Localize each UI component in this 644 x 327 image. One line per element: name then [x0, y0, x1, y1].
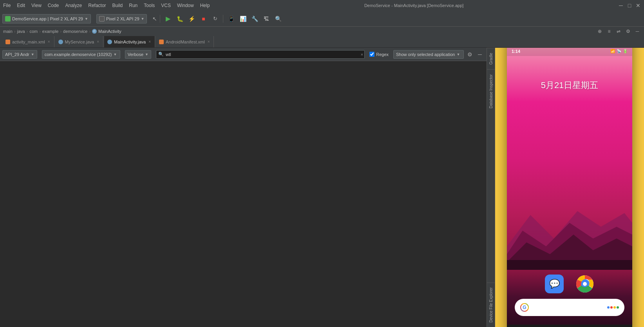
title-bar: File Edit View Code Analyze Refactor Bui… — [0, 0, 644, 11]
breadcrumb-java[interactable]: java — [17, 29, 25, 34]
logcat-collapse-button[interactable]: ─ — [476, 50, 484, 59]
breadcrumb-com[interactable]: com — [29, 29, 38, 34]
messages-app-icon[interactable]: 💬 — [545, 275, 564, 293]
debug-button[interactable]: 🐛 — [175, 14, 185, 24]
level-chevron-icon: ▼ — [145, 52, 148, 56]
screen-date: 5月21日星期五 — [507, 79, 632, 91]
menu-file[interactable]: File — [3, 3, 11, 8]
breadcrumb-icon-2[interactable]: ≡ — [606, 28, 613, 35]
search-everywhere-button[interactable]: 🔍 — [273, 14, 283, 24]
java-file-icon-1 — [58, 40, 63, 44]
sync-button[interactable]: ↻ — [210, 14, 220, 24]
google-g-icon: G — [520, 303, 529, 312]
status-icons: 📶 📡 🔋 — [610, 49, 628, 53]
breadcrumb-sep-3: › — [39, 29, 41, 34]
minimize-button[interactable]: ─ — [618, 3, 624, 8]
window-title: DemoService - MainActivity.java [DemoSer… — [210, 3, 618, 8]
search-clear-icon[interactable]: × — [361, 52, 363, 57]
api-version-label: API_29 Andr — [5, 52, 29, 57]
menu-run[interactable]: Run — [129, 3, 137, 8]
logcat-toolbar: API_29 Andr ▼ com.example.demoservice (1… — [0, 48, 487, 61]
svg-point-7 — [583, 282, 587, 286]
menubar: File Edit View Code Analyze Refactor Bui… — [3, 3, 210, 8]
regex-text: Regex — [376, 52, 389, 57]
attach-debugger-button[interactable]: ⚡ — [186, 14, 197, 24]
breadcrumb-icon-1[interactable]: ⊕ — [596, 28, 603, 35]
bottom-apps: 💬 — [507, 275, 632, 293]
menu-vcs[interactable]: VCS — [161, 3, 171, 8]
side-tab-device-file[interactable]: Device File Explorer — [487, 282, 495, 327]
menu-edit[interactable]: Edit — [17, 3, 25, 8]
breadcrumb-icon-3[interactable]: ⇌ — [615, 28, 622, 35]
tab-close-myservice[interactable]: × — [96, 39, 100, 44]
dot-red — [610, 306, 613, 309]
phone-nav-bar: ◀ ● ■ — [507, 325, 632, 327]
chrome-app-icon[interactable] — [575, 275, 594, 293]
tab-close-manifest[interactable]: × — [207, 39, 211, 44]
menu-help[interactable]: Help — [200, 3, 210, 8]
chevron-down-icon-2: ▼ — [141, 17, 145, 21]
search-wrapper: 🔍 × — [156, 50, 365, 59]
side-tab-database[interactable]: Database Inspector — [487, 69, 495, 113]
menu-analyze[interactable]: Analyze — [65, 3, 82, 8]
chevron-down-icon: ▼ — [85, 17, 88, 21]
sdk-manager-button[interactable]: 🔧 — [250, 14, 260, 24]
menu-tools[interactable]: Tools — [144, 3, 155, 8]
google-dots — [607, 306, 619, 309]
tab-activity-main-xml[interactable]: activity_main.xml × — [2, 36, 54, 47]
tab-label-myservice: MyService.java — [65, 40, 94, 44]
profiler-button[interactable]: 📊 — [238, 14, 248, 24]
mountains — [507, 192, 632, 270]
run-button[interactable]: ▶ — [163, 14, 173, 24]
wifi-icon: 📡 — [617, 49, 621, 53]
breadcrumb-demoservice[interactable]: demoservice — [63, 29, 87, 34]
menu-code[interactable]: Code — [48, 3, 59, 8]
tab-androidmanifest-xml[interactable]: AndroidManifest.xml × — [156, 36, 214, 47]
app-config-label: DemoService.app | Pixel 2 XL API 29 — [12, 16, 83, 21]
regex-label[interactable]: Regex — [369, 52, 389, 57]
menu-refactor[interactable]: Refactor — [88, 3, 106, 8]
filter-label: Show only selected application — [396, 52, 455, 57]
breadcrumb-sep-4: › — [60, 29, 62, 34]
menu-window[interactable]: Window — [177, 3, 194, 8]
side-panel-tabs: Gradle Database Inspector Device File Ex… — [487, 48, 495, 327]
messages-icon: 💬 — [549, 279, 560, 289]
emulator-panel: 1:14 📶 📡 🔋 5月21日星期五 — [495, 48, 644, 327]
toolbar: DemoService.app | Pixel 2 XL API 29 ▼ Pi… — [0, 11, 644, 27]
tab-label-manifest: AndroidManifest.xml — [166, 40, 205, 44]
phone-frame: 1:14 📶 📡 🔋 5月21日星期五 — [507, 48, 632, 327]
package-dropdown[interactable]: com.example.demoservice (10292) ▼ — [42, 50, 120, 59]
breadcrumb-close[interactable]: ─ — [634, 28, 641, 35]
tab-mainactivity-java[interactable]: MainActivity.java × — [104, 36, 155, 47]
level-label: Verbose — [128, 52, 143, 57]
breadcrumb-example[interactable]: example — [42, 29, 59, 34]
logcat-content[interactable] — [0, 61, 487, 327]
logcat-search-input[interactable] — [156, 50, 365, 59]
close-button[interactable]: ✕ — [635, 3, 641, 8]
avd-button[interactable]: 📱 — [226, 14, 236, 24]
google-search-bar[interactable]: G — [515, 299, 624, 316]
structure-button[interactable]: 🏗 — [261, 14, 271, 24]
api-version-dropdown[interactable]: API_29 Andr ▼ — [2, 50, 37, 59]
phone-screen: 1:14 📶 📡 🔋 5月21日星期五 — [507, 48, 632, 325]
java-file-icon-2 — [107, 40, 112, 44]
regex-checkbox[interactable] — [369, 52, 374, 57]
tab-close-activity[interactable]: × — [47, 39, 51, 44]
breadcrumb-main[interactable]: main — [3, 29, 13, 34]
app-config-dropdown[interactable]: DemoService.app | Pixel 2 XL API 29 ▼ — [2, 14, 91, 23]
tab-close-mainactivity[interactable]: × — [148, 39, 152, 44]
device-dropdown[interactable]: Pixel 2 XL API 29 ▼ — [96, 14, 147, 23]
logcat-settings-button[interactable]: ⚙ — [465, 50, 474, 59]
maximize-button[interactable]: □ — [627, 3, 632, 8]
side-tab-gradle[interactable]: Gradle — [487, 48, 495, 69]
stop-button[interactable]: ■ — [198, 14, 208, 24]
tab-myservice-java[interactable]: MyService.java × — [55, 36, 103, 47]
status-time: 1:14 — [512, 49, 520, 54]
menu-build[interactable]: Build — [112, 3, 123, 8]
filter-dropdown[interactable]: Show only selected application ▼ — [393, 50, 464, 59]
breadcrumb-settings[interactable]: ⚙ — [624, 28, 631, 35]
separator-1 — [160, 15, 160, 23]
filter-chevron-icon: ▼ — [456, 52, 460, 56]
level-dropdown[interactable]: Verbose ▼ — [125, 50, 151, 59]
menu-view[interactable]: View — [31, 3, 42, 8]
